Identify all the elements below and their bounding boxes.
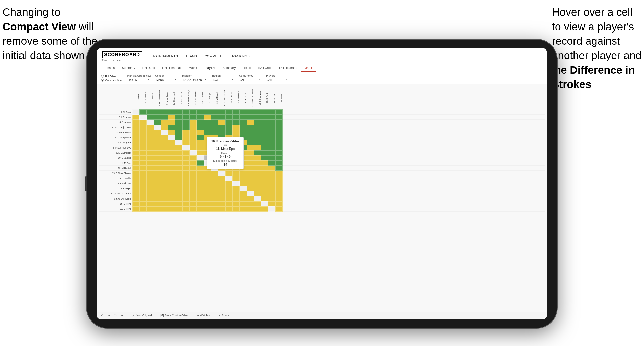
cell-2-0[interactable] [132, 120, 139, 125]
cell-11-6[interactable] [175, 166, 182, 171]
cell-0-11[interactable] [211, 109, 218, 115]
cell-2-16[interactable] [247, 120, 254, 125]
cell-14-10[interactable] [204, 181, 211, 186]
cell-0-2[interactable] [147, 109, 154, 115]
cell-14-4[interactable] [161, 181, 168, 186]
cell-19-1[interactable] [139, 206, 147, 212]
cell-1-12[interactable] [218, 115, 225, 120]
cell-13-12[interactable] [218, 176, 225, 181]
cell-12-10[interactable] [204, 171, 211, 176]
cell-0-18[interactable] [261, 109, 268, 115]
cell-4-17[interactable] [254, 130, 261, 135]
radio-compact-view[interactable]: Compact View [101, 79, 123, 82]
cell-19-0[interactable] [132, 206, 139, 212]
cell-3-15[interactable] [240, 125, 247, 130]
cell-17-9[interactable] [197, 196, 204, 201]
cell-15-6[interactable] [175, 186, 182, 191]
cell-8-18[interactable] [261, 150, 268, 155]
toolbar-forward[interactable]: → [108, 314, 110, 317]
cell-1-1[interactable] [139, 115, 147, 120]
cell-19-6[interactable] [175, 206, 182, 212]
cell-15-1[interactable] [139, 186, 147, 191]
cell-18-5[interactable] [168, 201, 175, 206]
cell-15-19[interactable] [268, 186, 275, 191]
cell-4-11[interactable] [211, 130, 218, 135]
cell-7-16[interactable] [247, 145, 254, 150]
toolbar-watch[interactable]: ⊕ Watch ▾ [197, 314, 210, 317]
cell-10-17[interactable] [254, 160, 261, 166]
cell-6-3[interactable] [154, 140, 161, 145]
filter-conference-select[interactable]: (All) [239, 78, 262, 82]
cell-2-3[interactable] [154, 120, 161, 125]
cell-1-18[interactable] [261, 115, 268, 120]
cell-18-6[interactable] [175, 201, 182, 206]
cell-19-14[interactable] [232, 206, 240, 212]
cell-10-4[interactable] [161, 160, 168, 166]
cell-9-18[interactable] [261, 155, 268, 160]
cell-5-4[interactable] [161, 135, 168, 140]
cell-9-6[interactable] [175, 155, 182, 160]
radio-full-view[interactable]: Full View [101, 75, 123, 78]
cell-15-2[interactable] [147, 186, 154, 191]
cell-12-9[interactable] [197, 171, 204, 176]
cell-17-13[interactable] [225, 196, 232, 201]
cell-13-16[interactable] [247, 176, 254, 181]
cell-18-17[interactable] [254, 201, 261, 206]
cell-3-8[interactable] [190, 125, 197, 130]
cell-9-19[interactable] [268, 155, 275, 160]
cell-9-4[interactable] [161, 155, 168, 160]
cell-5-18[interactable] [261, 135, 268, 140]
cell-11-5[interactable] [168, 166, 175, 171]
cell-0-10[interactable] [204, 109, 211, 115]
cell-2-18[interactable] [261, 120, 268, 125]
cell-3-17[interactable] [254, 125, 261, 130]
cell-5-8[interactable] [190, 135, 197, 140]
cell-18-19[interactable] [268, 201, 275, 206]
cell-17-20[interactable] [275, 196, 283, 201]
cell-6-0[interactable] [132, 140, 139, 145]
cell-9-1[interactable] [139, 155, 147, 160]
cell-11-7[interactable] [182, 166, 190, 171]
cell-1-7[interactable] [182, 115, 190, 120]
cell-13-5[interactable] [168, 176, 175, 181]
filter-division-select[interactable]: NCAA Division I [182, 78, 208, 82]
cell-6-17[interactable] [254, 140, 261, 145]
cell-2-15[interactable] [240, 120, 247, 125]
cell-17-2[interactable] [147, 196, 154, 201]
cell-2-10[interactable] [204, 120, 211, 125]
cell-0-19[interactable] [268, 109, 275, 115]
cell-18-9[interactable] [197, 201, 204, 206]
cell-11-16[interactable] [247, 166, 254, 171]
cell-19-5[interactable] [168, 206, 175, 212]
cell-6-20[interactable] [275, 140, 283, 145]
cell-1-14[interactable] [232, 115, 240, 120]
cell-3-18[interactable] [261, 125, 268, 130]
cell-13-19[interactable] [268, 176, 275, 181]
cell-0-7[interactable] [182, 109, 190, 115]
cell-8-2[interactable] [147, 150, 154, 155]
cell-16-14[interactable] [232, 191, 240, 196]
cell-5-7[interactable] [182, 135, 190, 140]
cell-2-1[interactable] [139, 120, 147, 125]
cell-15-7[interactable] [182, 186, 190, 191]
cell-12-2[interactable] [147, 171, 154, 176]
cell-2-7[interactable] [182, 120, 190, 125]
cell-15-16[interactable] [247, 186, 254, 191]
cell-9-8[interactable] [190, 155, 197, 160]
cell-5-5[interactable] [168, 135, 175, 140]
cell-0-9[interactable] [197, 109, 204, 115]
cell-3-16[interactable] [247, 125, 254, 130]
cell-5-0[interactable] [132, 135, 139, 140]
filter-max-players-select[interactable]: Top 25 [127, 78, 151, 82]
cell-8-3[interactable] [154, 150, 161, 155]
cell-18-2[interactable] [147, 201, 154, 206]
cell-0-20[interactable] [275, 109, 283, 115]
cell-18-8[interactable] [190, 201, 197, 206]
cell-18-0[interactable] [132, 201, 139, 206]
cell-18-16[interactable] [247, 201, 254, 206]
cell-1-3[interactable] [154, 115, 161, 120]
cell-13-4[interactable] [161, 176, 168, 181]
cell-14-3[interactable] [154, 181, 161, 186]
cell-8-16[interactable] [247, 150, 254, 155]
cell-15-9[interactable] [197, 186, 204, 191]
